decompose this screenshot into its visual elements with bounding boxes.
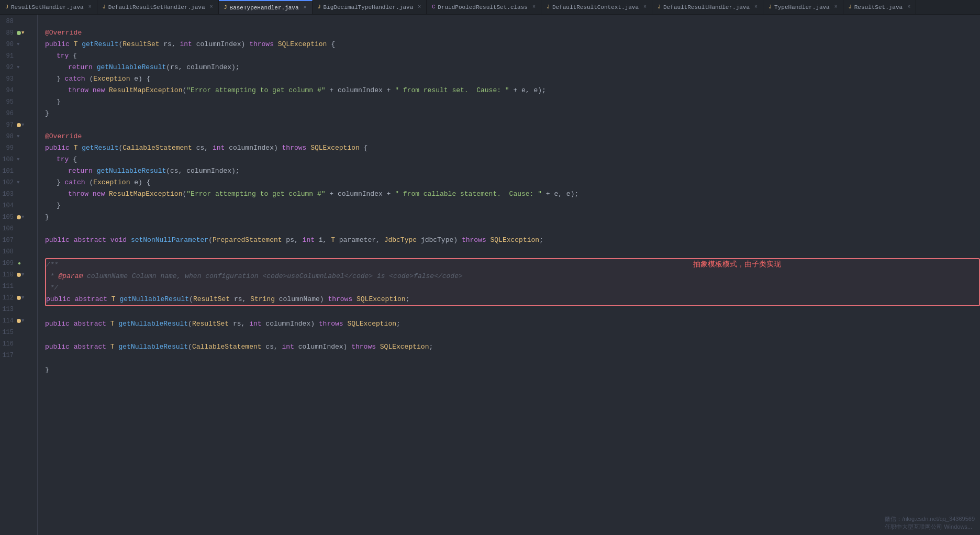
code-line-105: public abstract void setNonNullParameter… (45, 235, 980, 246)
tab-close-4[interactable]: × (418, 4, 421, 10)
tab-druidpooledresultset[interactable]: C DruidPooledResultSet.class × (427, 0, 541, 14)
tab-close-3[interactable]: × (304, 5, 307, 10)
code-line-97: public T getResult(CallableStatement cs,… (45, 142, 980, 154)
gutter-row-104: 104 (0, 200, 37, 211)
tab-typehandler[interactable]: J TypeHandler.java × (763, 0, 843, 14)
gutter-row-111: 111 (0, 281, 37, 292)
code-line-112: public abstract T getNullableResult(Resu… (45, 318, 980, 330)
tab-resultsethandler[interactable]: J ResultSetHandler.java × (0, 0, 97, 14)
fold-105[interactable]: ▼ (21, 215, 24, 220)
fold-114[interactable]: ▼ (21, 318, 24, 324)
fold-97[interactable]: ▼ (21, 122, 24, 128)
gutter-icons-102: ▼ (17, 180, 30, 185)
code-line-114: public abstract T getNullableResult(Call… (45, 341, 980, 353)
code-line-101: throw new ResultMapException("Error atte… (45, 188, 980, 200)
gutter-icons-112: ▼ (17, 295, 30, 300)
line-num-99: 99 (2, 144, 17, 152)
code-line-108: * @param columnName Column name, when co… (46, 271, 979, 282)
line-num-95: 95 (2, 98, 17, 106)
tab-icon-3: J (224, 5, 227, 10)
line-num-96: 96 (2, 110, 17, 117)
code-line-100: } catch (Exception e) { (45, 177, 980, 188)
kw-public-90: public (45, 39, 70, 50)
tab-close-9[interactable]: × (907, 4, 910, 10)
fold-110[interactable]: ▼ (21, 272, 24, 277)
tab-defaultresultcontext[interactable]: J DefaultResultContext.java × (541, 0, 652, 14)
code-line-102: } (45, 200, 980, 211)
indicator-114[interactable] (17, 319, 21, 323)
gutter-row-94: 94 (0, 85, 37, 96)
tab-defaultresultsethandler[interactable]: J DefaultResultSetHandler.java × (97, 0, 219, 14)
tab-basetypehandler[interactable]: J BaseTypeHandler.java × (219, 0, 313, 14)
line-num-102: 102 (2, 179, 17, 186)
fn-getresult-90: getResult (82, 39, 118, 50)
indicator-105[interactable] (17, 215, 21, 219)
annotation-override-1: @Override (45, 27, 82, 39)
code-area[interactable]: @Override public T getResult(ResultSet r… (38, 15, 980, 535)
tab-label-3: BaseTypeHandler.java (230, 5, 299, 11)
fold-112[interactable]: ▼ (21, 295, 24, 300)
tab-icon-6: J (547, 4, 550, 10)
annotation-override-2: @Override (45, 131, 82, 142)
tab-icon-8: J (769, 4, 772, 10)
code-line-96b: @Override (45, 131, 980, 142)
line-num-109: 109 (2, 260, 17, 267)
gutter-icons-109: ● (17, 261, 30, 266)
gutter-row-110: 110 ▼ (0, 269, 37, 281)
tab-close-7[interactable]: × (754, 4, 758, 10)
tab-close-5[interactable]: × (532, 4, 536, 10)
line-num-114: 114 (2, 317, 17, 325)
indicator-112[interactable] (17, 296, 21, 300)
fold-90[interactable]: ▼ (17, 42, 19, 47)
code-line-99: return getNullableResult(cs, columnIndex… (45, 165, 980, 177)
tab-label-9: ResultSet.java (854, 4, 903, 10)
tab-label-1: ResultSetHandler.java (11, 4, 84, 10)
fold-98[interactable]: ▼ (17, 134, 19, 139)
code-line-95: } (45, 96, 980, 108)
tab-bigdecimaltypehandler[interactable]: J BigDecimalTypeHandler.java × (313, 0, 427, 14)
gutter-row-90: 90 ▼ (0, 39, 37, 50)
watermark-line1: 微信：/nlog.csdn.net/qq_34369569 (885, 515, 975, 523)
gutter-row-99: 99 (0, 142, 37, 154)
fold-89[interactable]: ▼ (21, 30, 24, 36)
gutter-row-113: 113 (0, 304, 37, 315)
line-number-gutter: 88 89 ▼ 90 ▼ 91 92 ▼ 93 (0, 15, 38, 535)
gutter-icons-92: ▼ (17, 65, 30, 70)
editor-spacer (45, 387, 980, 492)
line-num-88: 88 (2, 18, 17, 25)
breakpoint-89[interactable] (17, 31, 21, 35)
line-num-103: 103 (2, 191, 17, 198)
gutter-row-98: 98 ▼ (0, 131, 37, 142)
indicator-97[interactable] (17, 123, 21, 127)
line-num-101: 101 (2, 168, 17, 175)
code-line-117 (45, 376, 980, 387)
code-line-111 (45, 307, 980, 318)
tab-close-2[interactable]: × (210, 4, 213, 10)
code-line-104 (45, 223, 980, 235)
tab-defaultresulthandler[interactable]: J DefaultResultHandler.java × (652, 0, 763, 14)
tab-close-1[interactable]: × (88, 4, 92, 10)
tab-label-5: DruidPooledResultSet.class (438, 4, 528, 10)
tab-label-8: TypeHandler.java (774, 4, 830, 10)
bullet-109: ● (17, 261, 21, 266)
line-num-107: 107 (2, 237, 17, 244)
tab-resultset[interactable]: J ResultSet.java × (843, 0, 916, 14)
code-line-110: public abstract T getNullableResult(Resu… (46, 294, 979, 305)
fold-102[interactable]: ▼ (17, 180, 19, 185)
gutter-row-92: 92 ▼ (0, 62, 37, 73)
tab-close-8[interactable]: × (834, 4, 838, 10)
code-line-113 (45, 330, 980, 341)
line-num-111: 111 (2, 283, 17, 290)
watermark: 微信：/nlog.csdn.net/qq_34369569 任职中大型互联网公司… (885, 515, 975, 531)
code-line-91: try { (45, 50, 980, 62)
gutter-row-91: 91 (0, 50, 37, 62)
indicator-110[interactable] (17, 273, 21, 277)
highlighted-block: /** * @param columnName Column name, whe… (45, 258, 980, 306)
fold-100[interactable]: ▼ (17, 157, 19, 162)
line-num-100: 100 (2, 156, 17, 163)
tab-icon-5: C (432, 4, 435, 10)
line-num-112: 112 (2, 294, 17, 302)
tab-close-6[interactable]: × (643, 4, 647, 10)
fold-92[interactable]: ▼ (17, 65, 19, 70)
code-line-93: } catch (Exception e) { (45, 73, 980, 85)
